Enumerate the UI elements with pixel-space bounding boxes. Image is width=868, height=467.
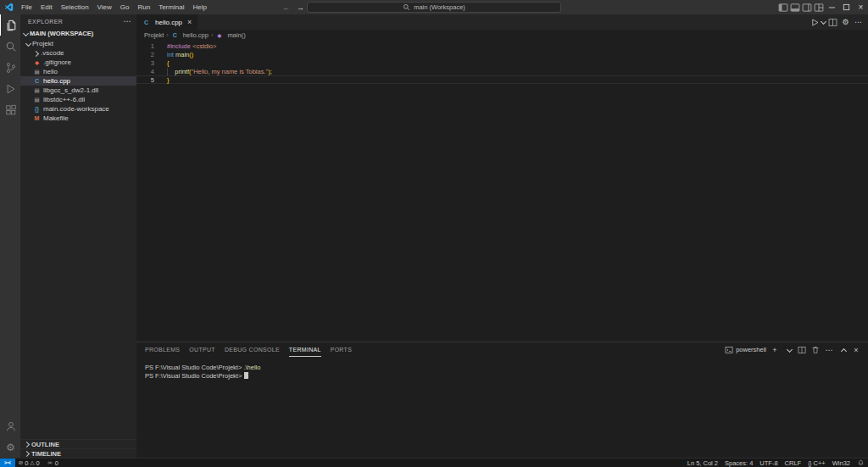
eol-sequence[interactable]: CRLF [782,459,805,467]
more-actions-icon[interactable]: ⋯ [853,16,864,28]
file-icon: ▤ [33,97,41,103]
toggle-secondary-sidebar-icon[interactable] [801,0,813,14]
tab-hello-cpp[interactable]: C hello.cpp × [136,14,198,30]
remote-indicator[interactable]: >< [0,459,15,467]
breadcrumb-label: hello.cpp [183,31,209,39]
file-tree: Projekt.vscode◆.gitignore▤helloChello.cp… [20,39,136,123]
run-button[interactable] [810,18,826,27]
code-line-5[interactable]: 5} [136,75,868,84]
tree-item-gitignore[interactable]: ◆.gitignore [20,58,136,67]
activitybar-item-explorer[interactable] [0,14,20,36]
panel-tab-terminal[interactable]: TERMINAL [289,342,321,357]
panel-tab-ports[interactable]: PORTS [331,342,353,357]
tree-item-main-code-workspace[interactable]: {}main.code-workspace [20,104,136,114]
panel-tab-debug-console[interactable]: DEBUG CONSOLE [225,342,280,357]
problems-indicator[interactable]: ⊘ 0 △ 0 [15,459,43,467]
launch-profile-chevron-icon[interactable] [783,344,793,356]
code-line-4[interactable]: 4 printf("Hello, my name is Tobias."); [136,67,868,75]
language-mode[interactable]: {} C++ [804,459,829,467]
tree-item-libgcc-s-dw2-1-dll[interactable]: ▤libgcc_s_dw2-1.dll [20,86,136,95]
split-editor-icon[interactable] [827,16,838,28]
activity-bar-spacer [0,120,20,415]
menu-help[interactable]: Help [188,0,210,14]
toggle-sidebar-icon[interactable] [777,0,789,14]
activitybar-item-source-control[interactable] [0,57,20,78]
activitybar-item-account[interactable] [0,415,20,436]
cpp-icon: C [33,78,41,84]
search-label: main (Workspace) [414,3,465,11]
breadcrumb-separator: › [211,31,214,39]
breadcrumb-main[interactable]: ◆main() [215,31,245,39]
close-window-icon[interactable]: × [854,0,868,14]
code-editor[interactable]: 1#include <cstdio>2int main()3{4 printf(… [136,41,868,342]
forward-icon[interactable]: → [297,3,304,12]
toggle-panel-icon[interactable] [789,0,801,14]
tree-item-label: hello [43,68,58,75]
more-actions-icon[interactable]: ⋯ [824,344,834,356]
activity-bar-bottom: ⚙ [0,415,20,458]
split-terminal-icon[interactable] [797,344,807,356]
close-panel-icon[interactable]: × [851,344,861,356]
chevron-down-icon [25,41,31,47]
tree-item-hello[interactable]: ▤hello [20,67,136,76]
menu-view[interactable]: View [93,0,116,14]
kill-terminal-icon[interactable] [810,344,821,356]
tree-item-label: Makefile [43,114,69,122]
sidebar-empty-space [20,123,136,439]
terminal[interactable]: PS F:\Visual Studio Code\Projekt> .\hell… [136,357,868,458]
menu-run[interactable]: Run [133,0,154,14]
code-line-3[interactable]: 3{ [136,58,868,67]
encoding[interactable]: UTF-8 [756,459,781,467]
editor-actions: ⚙ ⋯ [810,14,868,30]
menu-file[interactable]: File [17,0,36,14]
terminal-prompt: PS F:\Visual Studio Code\Projekt> [145,372,243,380]
cursor-position[interactable]: Ln 5, Col 2 [684,459,721,467]
file-icon: ▤ [33,69,41,75]
tree-item-projekt[interactable]: Projekt [20,39,136,48]
new-terminal-icon[interactable]: + [770,344,780,356]
indentation[interactable]: Spaces: 4 [721,459,756,467]
settings-icon: ⚙ [6,442,15,453]
tree-item-label: libstdc++-6.dll [43,96,85,103]
breadcrumb-projekt[interactable]: Projekt [144,31,164,39]
activitybar-item-search[interactable] [0,36,20,57]
ports-indicator[interactable]: 0 [43,459,62,467]
activitybar-item-extensions[interactable] [0,99,20,120]
tree-item-hello-cpp[interactable]: Chello.cpp [20,76,136,86]
notifications-bell[interactable] [854,459,868,467]
section-label: TIMELINE [31,450,61,458]
error-count: 0 [25,459,28,467]
menu-terminal[interactable]: Terminal [154,0,188,14]
panel-tab-problems[interactable]: PROBLEMS [145,342,180,357]
terminal-line: PS F:\Visual Studio Code\Projekt> .\hell… [145,364,868,372]
platform-toolset[interactable]: Win32 [829,459,854,467]
activitybar-item-settings[interactable]: ⚙ [0,436,20,458]
code-line-1[interactable]: 1#include <cstdio> [136,42,868,50]
customize-layout-icon[interactable] [813,0,825,14]
section-main-workspace[interactable]: MAIN (WORKSPACE) [20,28,136,39]
tree-item-label: Projekt [32,40,53,47]
tree-item-libstdc-6-dll[interactable]: ▤libstdc++-6.dll [20,95,136,104]
more-actions-icon[interactable]: ⋯ [124,17,131,25]
back-icon[interactable]: ← [282,3,290,12]
breadcrumb-hello-cpp[interactable]: Chello.cpp [171,31,209,39]
activitybar-item-run-debug[interactable] [0,78,20,99]
maximize-icon[interactable] [839,0,854,14]
close-tab-icon[interactable]: × [187,18,192,26]
minimize-icon[interactable] [825,0,839,14]
tree-item-makefile[interactable]: MMakefile [20,114,136,123]
terminal-profile[interactable]: powershell [725,346,766,354]
section-timeline[interactable]: TIMELINE [20,448,136,458]
menu-edit[interactable]: Edit [36,0,57,14]
gear-icon[interactable]: ⚙ [840,16,851,28]
command-center-search[interactable]: main (Workspace) [307,2,561,13]
code-line-2[interactable]: 2int main() [136,50,868,58]
panel-tabs: PROBLEMSOUTPUTDEBUG CONSOLETERMINALPORTS [145,342,361,357]
tree-item-vscode[interactable]: .vscode [20,48,136,58]
menu-selection[interactable]: Selection [57,0,93,14]
panel-tab-output[interactable]: OUTPUT [189,342,215,357]
maximize-panel-icon[interactable] [837,344,848,356]
section-outline[interactable]: OUTLINE [20,439,136,448]
menu-go[interactable]: Go [116,0,134,14]
warning-count: 0 [36,459,39,467]
